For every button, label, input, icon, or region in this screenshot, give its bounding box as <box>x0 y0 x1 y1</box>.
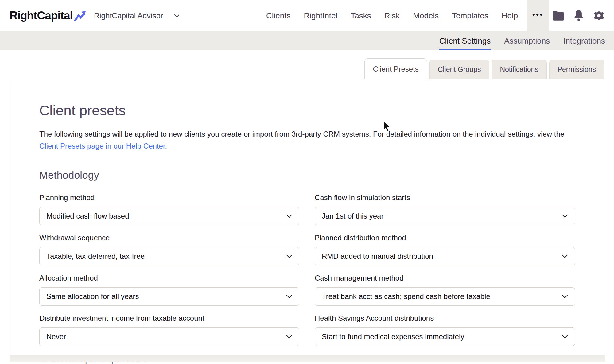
field-cash-flow-start: Cash flow in simulation starts Jan 1st o… <box>315 193 575 225</box>
cash-management-select[interactable]: Treat bank acct as cash; spend cash befo… <box>315 287 575 306</box>
nav-item-clients[interactable]: Clients <box>266 11 290 21</box>
subnav-item-client-settings[interactable]: Client Settings <box>439 31 491 50</box>
chevron-down-icon <box>286 335 292 339</box>
field-label: Planned distribution method <box>315 234 575 242</box>
tab-client-presets[interactable]: Client Presets <box>364 58 427 79</box>
bottom-scroll-band <box>10 355 605 362</box>
tab-notifications[interactable]: Notifications <box>492 60 546 79</box>
brand-logo-text: RightCapital <box>10 9 73 22</box>
hsa-distributions-select[interactable]: Start to fund medical expenses immediate… <box>315 327 575 346</box>
planning-method-select[interactable]: Modified cash flow based <box>39 207 299 225</box>
nav-item-rightintel[interactable]: RightIntel <box>304 11 337 21</box>
intro-after-link: . <box>165 142 167 150</box>
field-distribute-investment-income: Distribute investment income from taxabl… <box>39 314 299 346</box>
folder-icon[interactable] <box>551 9 565 23</box>
tab-permissions[interactable]: Permissions <box>549 60 604 79</box>
distribute-investment-income-select[interactable]: Never <box>39 327 299 346</box>
page-title: Client presets <box>39 102 576 119</box>
tab-client-groups[interactable]: Client Groups <box>429 60 489 79</box>
field-label: Cash management method <box>315 274 575 282</box>
section-title-methodology: Methodology <box>39 169 576 181</box>
nav-item-templates[interactable]: Templates <box>452 11 488 21</box>
field-planned-distribution: Planned distribution method RMD added to… <box>315 234 575 265</box>
select-value: Taxable, tax-deferred, tax-free <box>46 252 145 261</box>
chevron-down-icon <box>562 335 568 339</box>
chevron-down-icon <box>286 254 292 258</box>
field-hsa-distributions: Health Savings Account distributions Sta… <box>315 314 575 346</box>
field-label: Distribute investment income from taxabl… <box>39 314 299 323</box>
nav-item-models[interactable]: Models <box>413 11 439 21</box>
client-presets-panel: Client presets The following settings wi… <box>10 79 605 364</box>
chevron-down-icon <box>174 14 180 17</box>
field-label: Health Savings Account distributions <box>315 314 575 323</box>
top-nav: RightCapital RightCapital Advisor Client… <box>0 0 614 31</box>
workspace-name: RightCapital Advisor <box>94 11 163 20</box>
field-planning-method: Planning method Modified cash flow based <box>39 193 299 225</box>
settings-subnav: Client Settings Assumptions Integrations <box>0 31 614 50</box>
settings-gear-icon[interactable] <box>592 9 606 23</box>
nav-item-tasks[interactable]: Tasks <box>351 11 371 21</box>
field-withdrawal-sequence: Withdrawal sequence Taxable, tax-deferre… <box>39 234 299 265</box>
withdrawal-sequence-select[interactable]: Taxable, tax-deferred, tax-free <box>39 247 299 265</box>
intro-text: The following settings will be applied t… <box>39 128 575 152</box>
field-label: Allocation method <box>39 274 299 282</box>
chevron-down-icon <box>562 254 568 258</box>
ellipsis-icon: ••• <box>532 10 543 21</box>
field-label: Planning method <box>39 193 299 202</box>
chevron-down-icon <box>562 214 568 218</box>
chevron-down-icon <box>286 295 292 298</box>
select-value: Start to fund medical expenses immediate… <box>322 332 464 341</box>
select-value: Treat bank acct as cash; spend cash befo… <box>322 292 490 301</box>
select-value: Modified cash flow based <box>46 212 129 220</box>
select-value: Same allocation for all years <box>46 292 139 301</box>
brand-logo[interactable]: RightCapital <box>10 0 86 31</box>
field-allocation-method: Allocation method Same allocation for al… <box>39 274 299 306</box>
select-value: Never <box>46 332 66 341</box>
more-menu-button[interactable]: ••• <box>527 0 549 31</box>
chevron-down-icon <box>286 214 292 218</box>
chevron-down-icon <box>562 295 568 298</box>
methodology-form: Planning method Modified cash flow based… <box>39 193 576 346</box>
top-icon-group <box>551 0 607 31</box>
notifications-bell-icon[interactable] <box>572 9 586 23</box>
workspace-selector[interactable]: RightCapital Advisor <box>94 0 180 31</box>
allocation-method-select[interactable]: Same allocation for all years <box>39 287 299 306</box>
field-label: Cash flow in simulation starts <box>315 193 575 202</box>
nav-item-risk[interactable]: Risk <box>384 11 400 21</box>
logo-trend-arrow-icon <box>74 10 86 22</box>
app-window: RightCapital RightCapital Advisor Client… <box>0 0 614 364</box>
help-center-link[interactable]: Client Presets page in our Help Center <box>39 142 165 150</box>
field-cash-management: Cash management method Treat bank acct a… <box>315 274 575 306</box>
planned-distribution-select[interactable]: RMD added to manual distribution <box>315 247 575 265</box>
field-label: Withdrawal sequence <box>39 234 299 242</box>
cash-flow-start-select[interactable]: Jan 1st of this year <box>315 207 575 225</box>
nav-item-help[interactable]: Help <box>502 11 518 21</box>
primary-nav: Clients RightIntel Tasks Risk Models Tem… <box>266 0 518 31</box>
subnav-item-assumptions[interactable]: Assumptions <box>504 31 550 50</box>
subnav-item-integrations[interactable]: Integrations <box>563 31 605 50</box>
client-settings-tabs: Client Presets Client Groups Notificatio… <box>364 58 604 79</box>
intro-before-link: The following settings will be applied t… <box>39 130 564 138</box>
select-value: Jan 1st of this year <box>322 212 383 220</box>
select-value: RMD added to manual distribution <box>322 252 433 261</box>
